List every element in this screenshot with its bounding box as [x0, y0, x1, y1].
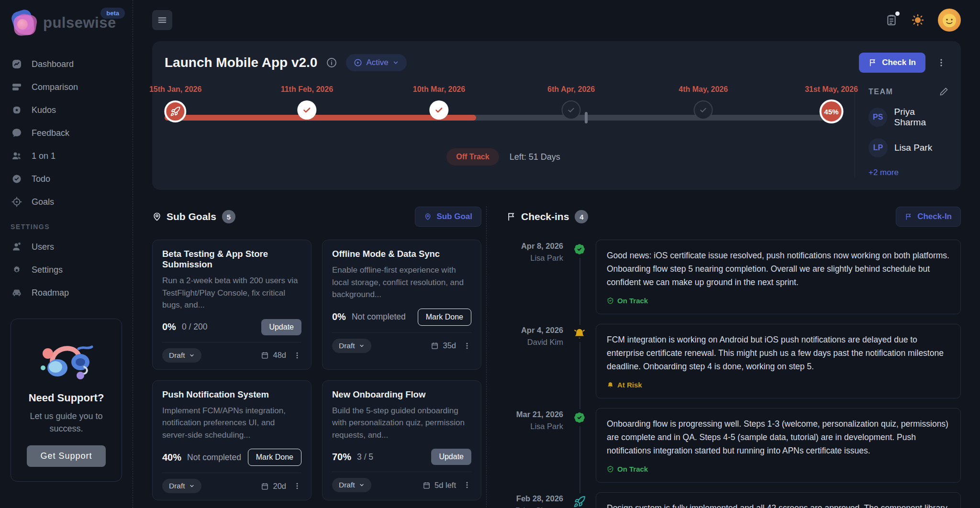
- changelog-icon[interactable]: [885, 13, 898, 27]
- team-more-link[interactable]: +2 more: [869, 168, 899, 177]
- milestone-final[interactable]: 31st May, 2026 45%: [805, 85, 858, 123]
- topbar: [152, 9, 961, 32]
- check-in-button[interactable]: Check In: [859, 53, 925, 73]
- badge-check-icon: [571, 241, 588, 258]
- team-panel: TEAM PS Priya Sharma LP Lisa Park +2 mor…: [855, 85, 961, 177]
- milestone-5[interactable]: 4th May, 2026: [679, 85, 728, 120]
- goal-timeline: 15th Jan, 2026 11th Feb, 2026 10th Mar, …: [152, 85, 855, 177]
- checkin-date: Feb 28, 2026: [507, 494, 563, 503]
- checkins-count-badge: 4: [575, 210, 588, 223]
- subgoal-progress-text: Not completed: [352, 312, 406, 322]
- add-checkin-button[interactable]: Check-In: [896, 207, 961, 227]
- calendar-icon: [423, 481, 431, 489]
- subgoal-status-dropdown[interactable]: Draft: [332, 478, 371, 492]
- bell-icon: [607, 381, 614, 388]
- update-button[interactable]: Update: [261, 319, 301, 335]
- milestone-2[interactable]: 11th Feb, 2026: [281, 85, 333, 120]
- sidebar: pulsewise beta Dashboard Comparison Kudo…: [0, 0, 133, 508]
- checkin-text: FCM integration is working on Android bu…: [607, 333, 950, 373]
- settings-section-label: SETTINGS: [11, 223, 122, 231]
- sidebar-item-dashboard[interactable]: Dashboard: [11, 53, 122, 76]
- sidebar-item-label: Settings: [32, 265, 63, 275]
- gear-icon: [11, 264, 23, 276]
- subgoal-kebab-menu[interactable]: [293, 351, 301, 360]
- hamburger-menu-button[interactable]: [152, 10, 172, 30]
- milestone-3[interactable]: 10th Mar, 2026: [413, 85, 465, 120]
- sidebar-item-roadmap[interactable]: Roadmap: [11, 281, 122, 304]
- sidebar-item-label: Comparison: [32, 82, 78, 92]
- check-icon: [429, 100, 448, 120]
- progress-percent-badge: 45%: [819, 99, 843, 123]
- subgoal-status-dropdown[interactable]: Draft: [332, 339, 371, 353]
- subgoal-kebab-menu[interactable]: [293, 482, 301, 490]
- mark-done-button[interactable]: Mark Done: [418, 309, 471, 326]
- info-icon[interactable]: [326, 57, 337, 68]
- edit-team-icon[interactable]: [939, 87, 948, 96]
- pin-icon: [424, 213, 432, 221]
- shield-check-icon: [607, 465, 614, 473]
- sidebar-item-todo[interactable]: Todo: [11, 167, 122, 190]
- sidebar-item-users[interactable]: Users: [11, 235, 122, 258]
- comparison-bars-icon: [11, 81, 23, 93]
- goal-status-dropdown[interactable]: Active: [346, 54, 406, 71]
- subgoal-card: Offline Mode & Data Sync Enable offline-…: [322, 240, 481, 370]
- calendar-icon: [431, 342, 439, 350]
- support-card: Need Support? Let us guide you to succes…: [11, 319, 122, 482]
- sidebar-item-label: 1 on 1: [32, 151, 56, 161]
- headphones-illustration: [19, 332, 114, 385]
- subgoal-title: Beta Testing & App Store Submission: [162, 249, 301, 270]
- avatar: LP: [869, 138, 888, 157]
- subgoal-title: New Onboarding Flow: [332, 389, 471, 400]
- add-subgoal-button[interactable]: Sub Goal: [415, 207, 481, 227]
- team-member[interactable]: LP Lisa Park: [869, 138, 948, 157]
- sidebar-item-label: Kudos: [32, 105, 56, 115]
- team-member[interactable]: PS Priya Sharma: [869, 107, 948, 128]
- sidebar-item-label: Goals: [32, 197, 54, 207]
- update-button[interactable]: Update: [431, 449, 471, 465]
- avatar: PS: [869, 108, 887, 127]
- milestone-4[interactable]: 6th Apr, 2026: [547, 85, 595, 120]
- kudos-star-icon: [11, 104, 23, 116]
- pulsewise-logo-icon: [11, 10, 37, 36]
- sidebar-item-goals[interactable]: Goals: [11, 190, 122, 213]
- chat-bubble-icon: [11, 127, 23, 139]
- subgoal-percent: 0%: [332, 311, 346, 322]
- subgoal-status-dropdown[interactable]: Draft: [162, 348, 201, 363]
- todo-check-icon: [11, 173, 23, 185]
- chevron-down-icon: [359, 343, 365, 349]
- car-icon: [11, 287, 23, 299]
- brand[interactable]: pulsewise beta: [11, 8, 122, 38]
- goal-status-label: Active: [366, 58, 388, 67]
- play-circle-icon: [354, 58, 362, 67]
- subgoal-description: Implement FCM/APNs integration, notifica…: [162, 405, 301, 442]
- sidebar-item-kudos[interactable]: Kudos: [11, 99, 122, 121]
- subgoal-description: Enable offline-first experience with loc…: [332, 264, 471, 301]
- sidebar-item-feedback[interactable]: Feedback: [11, 121, 122, 144]
- sidebar-item-settings[interactable]: Settings: [11, 258, 122, 281]
- goal-kebab-menu[interactable]: [934, 55, 948, 70]
- sidebar-item-label: Dashboard: [32, 59, 74, 69]
- sidebar-item-comparison[interactable]: Comparison: [11, 76, 122, 99]
- dashboard-icon: [11, 58, 23, 70]
- mark-done-button[interactable]: Mark Done: [248, 449, 301, 466]
- subgoal-status-dropdown[interactable]: Draft: [162, 479, 201, 493]
- get-support-button[interactable]: Get Support: [27, 445, 105, 467]
- team-label: TEAM: [869, 88, 893, 96]
- main-content: Launch Mobile App v2.0 Active Check In: [133, 0, 980, 508]
- subgoals-section: Sub Goals 5 Sub Goal Beta Testing & App …: [152, 206, 481, 508]
- milestone-1[interactable]: 15th Jan, 2026: [149, 85, 201, 122]
- checkin-status-badge: On Track: [607, 465, 648, 473]
- flag-icon: [905, 213, 913, 221]
- sidebar-settings-nav: Users Settings Roadmap: [11, 235, 122, 304]
- sidebar-item-1on1[interactable]: 1 on 1: [11, 144, 122, 167]
- checkin-entry: Apr 8, 2026 Lisa Park Good news: iOS cer…: [507, 240, 961, 314]
- subgoal-kebab-menu[interactable]: [463, 481, 471, 489]
- chevron-down-icon: [359, 482, 365, 488]
- calendar-icon: [261, 482, 269, 490]
- user-avatar[interactable]: [938, 9, 961, 32]
- subgoal-description: Run a 2-week beta with 200 users via Tes…: [162, 275, 301, 311]
- pin-icon: [152, 212, 162, 221]
- checkin-date: Apr 4, 2026: [507, 326, 563, 335]
- subgoal-kebab-menu[interactable]: [463, 342, 471, 350]
- theme-toggle-sun-icon[interactable]: [911, 13, 924, 27]
